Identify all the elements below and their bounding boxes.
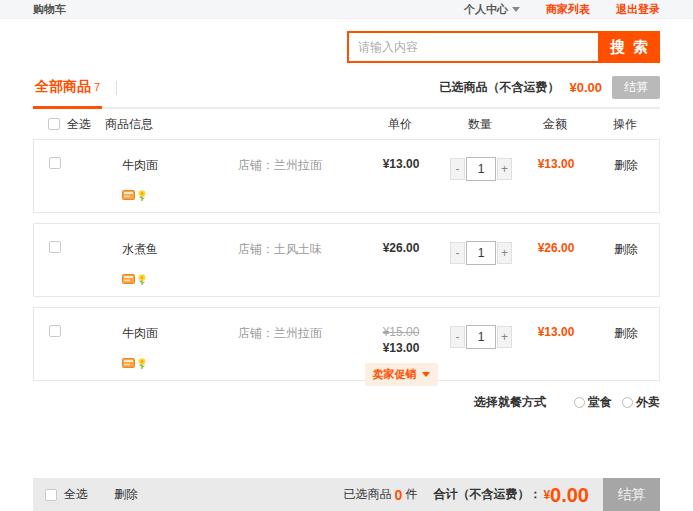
tab-all-products-label: 全部商品 — [35, 78, 91, 94]
total-amount: 0.00 — [550, 485, 589, 505]
delete-row-link[interactable]: 删除 — [614, 158, 638, 172]
row-checkbox[interactable] — [49, 325, 61, 337]
select-all-label-header: 全选 — [67, 116, 91, 133]
qty-increase-button[interactable]: + — [497, 158, 512, 180]
tab-all-products[interactable]: 全部商品7 — [33, 78, 102, 109]
row-amount: ¥13.00 — [521, 325, 591, 339]
qty-decrease-button[interactable]: - — [450, 242, 465, 264]
select-all-checkbox-bottom[interactable] — [45, 489, 57, 501]
search-input[interactable] — [347, 31, 600, 63]
top-summary: 已选商品（不含运费） ¥0.00 结算 — [439, 76, 660, 107]
header-action: 操作 — [590, 116, 660, 133]
user-center-label: 个人中心 — [464, 3, 508, 15]
quantity-stepper: - + — [441, 157, 521, 181]
qty-decrease-button[interactable]: - — [450, 326, 465, 348]
select-all-checkbox-header[interactable] — [48, 118, 60, 130]
selected-goods-amount: ¥0.00 — [569, 80, 602, 95]
topbar: 购物车 个人中心 商家列表 退出登录 — [0, 0, 693, 19]
bottom-summary: 已选商品 0 件 合计（不含运费）： ¥ 0.00 结算 — [344, 478, 660, 511]
page-title: 购物车 — [33, 2, 66, 17]
table-row: 牛肉面 店铺：兰州拉面 ¥15.00 ¥13.00 卖家促销 - + ¥13.0… — [33, 307, 660, 381]
bottom-bar: 全选 删除 已选商品 0 件 合计（不含运费）： ¥ 0.00 结算 — [33, 478, 660, 511]
unit-price: ¥13.00 — [361, 341, 441, 355]
product-name: 水煮鱼 — [122, 241, 234, 258]
original-price: ¥15.00 — [361, 325, 441, 339]
qty-increase-button[interactable]: + — [497, 326, 512, 348]
unit-price: ¥13.00 — [361, 157, 441, 171]
header-info: 商品信息 — [93, 116, 233, 133]
search-bar: 搜 索 — [33, 31, 660, 63]
row-amount: ¥13.00 — [521, 157, 591, 171]
qty-input[interactable] — [466, 157, 496, 181]
delete-row-link[interactable]: 删除 — [614, 326, 638, 340]
dining-method-row: 选择就餐方式 堂食 外卖 — [33, 394, 660, 411]
select-all-label-bottom: 全选 — [64, 486, 88, 503]
store-name: 店铺：土风土味 — [234, 241, 361, 258]
qty-input[interactable] — [466, 241, 496, 265]
takeout-label: 外卖 — [636, 394, 660, 411]
row-checkbox[interactable] — [49, 157, 61, 169]
checkout-button-top[interactable]: 结算 — [612, 76, 660, 99]
selected-count-label: 已选商品 — [344, 486, 392, 503]
radio-dine-in[interactable] — [574, 397, 585, 408]
dining-method-label: 选择就餐方式 — [474, 394, 546, 411]
broken-image-icon — [122, 189, 234, 202]
table-row: 牛肉面 店铺：兰州拉面 ¥13.00 - + ¥13.00 删除 — [33, 139, 660, 213]
qty-input[interactable] — [466, 325, 496, 349]
header-qty: 数量 — [440, 116, 520, 133]
table-header: 全选 商品信息 单价 数量 金额 操作 — [33, 109, 660, 139]
row-checkbox[interactable] — [49, 241, 61, 253]
user-center-menu[interactable]: 个人中心 — [464, 2, 520, 17]
quantity-stepper: - + — [441, 241, 521, 265]
chevron-down-icon — [512, 7, 520, 12]
dine-in-label: 堂食 — [588, 394, 612, 411]
seller-promo-label: 卖家促销 — [373, 367, 417, 382]
store-name: 店铺：兰州拉面 — [234, 157, 361, 174]
dining-option-dine-in[interactable]: 堂食 — [574, 394, 612, 411]
quantity-stepper: - + — [441, 325, 521, 349]
topbar-menu: 个人中心 商家列表 退出登录 — [464, 2, 660, 17]
store-name: 店铺：兰州拉面 — [234, 325, 361, 342]
header-amount: 金额 — [520, 116, 590, 133]
header-price: 单价 — [360, 116, 440, 133]
qty-decrease-button[interactable]: - — [450, 158, 465, 180]
broken-image-icon — [122, 357, 234, 370]
seller-promo-badge[interactable]: 卖家促销 — [365, 363, 438, 386]
radio-takeout[interactable] — [622, 397, 633, 408]
selected-count-value: 0 — [395, 487, 403, 503]
tab-count-badge: 7 — [94, 81, 100, 93]
total-label: 合计（不含运费）： — [433, 486, 541, 503]
dining-option-takeout[interactable]: 外卖 — [622, 394, 660, 411]
product-name: 牛肉面 — [122, 325, 234, 342]
row-amount: ¥26.00 — [521, 241, 591, 255]
selected-count-unit: 件 — [405, 486, 417, 503]
search-button[interactable]: 搜 索 — [600, 31, 660, 63]
select-all-bottom[interactable]: 全选 — [45, 486, 88, 503]
chevron-down-icon — [422, 372, 430, 377]
delete-selected-link[interactable]: 删除 — [114, 486, 138, 503]
table-row: 水煮鱼 店铺：土风土味 ¥26.00 - + ¥26.00 删除 — [33, 223, 660, 297]
logout-link[interactable]: 退出登录 — [616, 2, 660, 17]
checkout-button-bottom[interactable]: 结算 — [603, 478, 660, 511]
product-name: 牛肉面 — [122, 157, 234, 174]
unit-price: ¥26.00 — [361, 241, 441, 255]
merchant-list-link[interactable]: 商家列表 — [546, 2, 590, 17]
broken-image-icon — [122, 273, 234, 286]
tab-divider — [116, 81, 117, 95]
currency-symbol: ¥ — [543, 488, 550, 502]
tab-bar: 全部商品7 已选商品（不含运费） ¥0.00 结算 — [33, 76, 660, 109]
shopping-cart-page: 购物车 个人中心 商家列表 退出登录 搜 索 全部商品7 已选商品（不含运费） … — [0, 0, 693, 511]
delete-row-link[interactable]: 删除 — [614, 242, 638, 256]
selected-goods-label: 已选商品（不含运费） — [439, 79, 559, 96]
qty-increase-button[interactable]: + — [497, 242, 512, 264]
